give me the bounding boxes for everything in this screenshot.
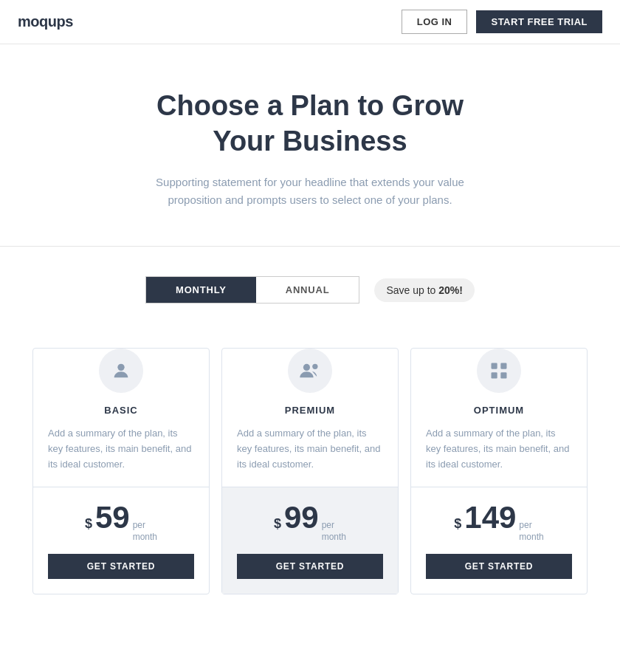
logo: moqups [18,13,73,30]
plan-name-basic: BASIC [48,405,194,416]
pricing-cards: BASIC Add a summary of the plan, its key… [0,348,620,624]
header: moqups LOG IN START FREE TRIAL [0,0,620,44]
plan-card-premium: PREMIUM Add a summary of the plan, its k… [221,348,399,594]
hero-title: Choose a Plan to Grow Your Business [125,89,495,159]
plan-card-basic: BASIC Add a summary of the plan, its key… [32,348,210,594]
plan-description-optimum: Add a summary of the plan, its key featu… [426,426,572,472]
price-unit-premium: month [322,532,346,544]
get-started-button-premium[interactable]: GET STARTED [237,554,383,579]
card-body-basic: BASIC Add a summary of the plan, its key… [33,393,209,487]
price-per-basic: per [133,520,157,532]
svg-rect-6 [500,372,506,378]
billing-toggle-wrapper: MONTHLY ANNUAL Save up to 20%! [145,276,475,304]
header-actions: LOG IN START FREE TRIAL [402,10,602,34]
multi-user-icon [288,349,332,393]
card-top-basic [33,349,209,393]
login-button[interactable]: LOG IN [402,10,468,34]
card-top-optimum [411,349,587,393]
price-per-premium: per [322,520,346,532]
price-dollar-basic: $ [85,516,92,532]
price-period-premium: per month [322,520,346,543]
start-trial-button[interactable]: START FREE TRIAL [476,10,602,33]
price-amount-basic: 59 [95,502,130,533]
svg-rect-5 [492,372,497,378]
card-footer-optimum: $ 149 per month GET STARTED [411,487,587,593]
price-per-optimum: per [519,520,543,532]
svg-rect-4 [500,363,506,369]
price-unit-optimum: month [519,532,543,544]
card-footer-premium: $ 99 per month GET STARTED [222,487,398,593]
price-period-basic: per month [133,520,157,543]
svg-point-0 [117,364,124,371]
monthly-toggle-button[interactable]: MONTHLY [146,277,256,303]
get-started-button-basic[interactable]: GET STARTED [48,554,194,579]
hero-section: Choose a Plan to Grow Your Business Supp… [0,44,620,247]
price-dollar-optimum: $ [454,516,461,532]
plan-description-premium: Add a summary of the plan, its key featu… [237,426,383,472]
price-row-basic: $ 59 per month [85,502,157,543]
svg-rect-3 [492,363,497,369]
price-amount-optimum: 149 [464,502,516,533]
svg-point-2 [312,364,317,369]
price-row-optimum: $ 149 per month [454,502,543,543]
billing-section: MONTHLY ANNUAL Save up to 20%! [0,247,620,348]
card-body-optimum: OPTIMUM Add a summary of the plan, its k… [411,393,587,487]
hero-subtitle: Supporting statement for your headline t… [155,174,465,209]
billing-toggle: MONTHLY ANNUAL [145,276,359,304]
price-unit-basic: month [133,532,157,544]
grid-icon [477,349,521,393]
save-badge: Save up to 20%! [374,278,475,302]
card-footer-basic: $ 59 per month GET STARTED [33,487,209,593]
plan-description-basic: Add a summary of the plan, its key featu… [48,426,194,472]
single-user-icon [99,349,143,393]
plan-name-premium: PREMIUM [237,405,383,416]
plan-name-optimum: OPTIMUM [426,405,572,416]
price-amount-premium: 99 [284,502,319,533]
card-body-premium: PREMIUM Add a summary of the plan, its k… [222,393,398,487]
annual-toggle-button[interactable]: ANNUAL [256,277,359,303]
get-started-button-optimum[interactable]: GET STARTED [426,554,572,579]
plan-card-optimum: OPTIMUM Add a summary of the plan, its k… [410,348,588,594]
price-row-premium: $ 99 per month [274,502,346,543]
svg-point-1 [303,364,310,371]
save-text: Save up to [386,284,438,296]
price-period-optimum: per month [519,520,543,543]
price-dollar-premium: $ [274,516,281,532]
save-amount: 20%! [438,284,463,296]
card-top-premium [222,349,398,393]
